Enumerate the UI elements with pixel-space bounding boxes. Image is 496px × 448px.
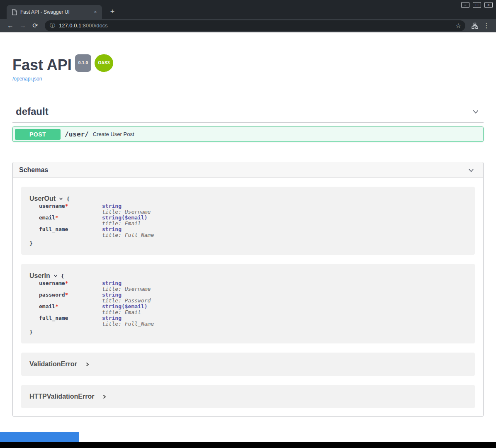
model-name[interactable]: UserIn — [29, 272, 50, 280]
property-title: title: Full_Name — [102, 232, 154, 238]
required-star: * — [65, 292, 68, 298]
property-type: string — [102, 292, 151, 298]
schemas-header[interactable]: Schemas — [13, 162, 483, 178]
property-title: title: Email — [102, 309, 148, 315]
required-star: * — [55, 303, 58, 309]
reload-icon[interactable]: ⟳ — [29, 19, 41, 32]
schema-property-row: email* string($email) title: Email — [29, 304, 467, 315]
required-star: * — [65, 280, 68, 286]
url-path: :8000/docs — [81, 22, 108, 29]
close-button[interactable]: × — [484, 2, 493, 8]
forward-icon[interactable]: → — [17, 19, 29, 32]
schema-property-row: email* string($email) title: Email — [29, 215, 467, 226]
tag-name: default — [16, 105, 49, 117]
property-title: title: Full_Name — [102, 321, 154, 327]
api-title: Fast API0.1.0OAS3 — [12, 54, 484, 73]
page-favicon-icon — [12, 9, 17, 15]
schemas-section: Schemas UserOut { — [12, 162, 484, 417]
property-name: full_name — [29, 315, 102, 327]
property-definition: string title: Full_Name — [102, 315, 154, 327]
api-info: Fast API0.1.0OAS3 /openapi.json — [12, 54, 484, 82]
tag-section-default[interactable]: default — [12, 101, 484, 123]
model-userin: UserIn { username* string title: Usernam… — [21, 264, 475, 343]
new-tab-button[interactable]: + — [107, 7, 118, 17]
model-name[interactable]: HTTPValidationError — [29, 393, 94, 400]
schema-property-row: username* string title: Username — [29, 203, 467, 215]
browser-toolbar: ← → ⟳ ⓘ 127.0.0.1:8000/docs ☆ ⋮ — [0, 19, 496, 32]
property-definition: string($email) title: Email — [102, 304, 148, 315]
operation-path: /user/ — [65, 130, 89, 138]
property-title: title: Password — [102, 298, 151, 304]
property-definition: string title: Username — [102, 203, 151, 215]
property-title: title: Email — [102, 221, 148, 226]
tab-title: Fast API - Swagger UI — [20, 9, 89, 15]
chevron-down-icon[interactable] — [471, 107, 480, 116]
oas3-badge: OAS3 — [95, 54, 113, 72]
property-title: title: Username — [102, 286, 151, 292]
chevron-down-icon[interactable] — [53, 273, 58, 278]
property-name: email* — [29, 304, 102, 315]
api-title-text: Fast API — [12, 56, 72, 73]
required-star: * — [55, 214, 58, 221]
bookmark-star-icon[interactable]: ☆ — [456, 22, 461, 29]
menu-icon[interactable]: ⋮ — [481, 22, 492, 29]
browser-tab[interactable]: Fast API - Swagger UI × — [7, 5, 102, 19]
chevron-down-icon[interactable] — [58, 196, 63, 201]
property-name: username* — [29, 280, 102, 292]
close-brace: } — [29, 241, 467, 246]
property-title: title: Username — [102, 209, 151, 215]
model-title-row[interactable]: UserIn { — [29, 272, 467, 280]
schema-property-row: password* string title: Password — [29, 292, 467, 304]
property-type: string — [102, 315, 154, 321]
tab-strip: Fast API - Swagger UI × + − □ × — [0, 0, 496, 19]
address-bar[interactable]: ⓘ 127.0.0.1:8000/docs ☆ — [45, 20, 465, 31]
status-bar — [0, 432, 79, 442]
close-brace: } — [29, 329, 467, 335]
schemas-body: UserOut { username* string title: Userna… — [13, 178, 483, 416]
operation-summary: Create User Post — [93, 131, 134, 137]
property-definition: string($email) title: Email — [102, 215, 148, 226]
property-name: password* — [29, 292, 102, 304]
model-name[interactable]: ValidationError — [29, 360, 77, 368]
property-name: full_name — [29, 226, 102, 238]
operation-post-user[interactable]: POST /user/ Create User Post — [12, 127, 484, 142]
property-name: email* — [29, 215, 102, 226]
chevron-down-icon[interactable] — [467, 166, 476, 175]
property-definition: string title: Full_Name — [102, 226, 154, 238]
open-brace: { — [61, 273, 64, 279]
minimize-button[interactable]: − — [461, 2, 469, 8]
property-definition: string title: Username — [102, 280, 151, 292]
schemas-header-label: Schemas — [19, 166, 48, 174]
chevron-right-icon[interactable] — [102, 394, 107, 399]
model-httpvalidationerror[interactable]: HTTPValidationError — [21, 385, 475, 408]
url-host: 127.0.0.1 — [59, 22, 81, 29]
property-name: username* — [29, 203, 102, 215]
model-validationerror[interactable]: ValidationError — [21, 353, 475, 376]
window-controls: − □ × — [461, 2, 493, 8]
property-type: string — [102, 203, 151, 209]
model-name[interactable]: UserOut — [29, 195, 56, 202]
extensions-icon[interactable] — [469, 22, 481, 29]
tab-close-icon[interactable]: × — [92, 9, 99, 15]
property-type: string($email) — [102, 215, 148, 221]
model-title-row[interactable]: UserOut { — [29, 195, 467, 202]
window-frame-bottom — [0, 442, 496, 448]
model-properties: username* string title: Username email* … — [29, 203, 467, 238]
open-brace: { — [66, 196, 70, 202]
schema-property-row: full_name string title: Full_Name — [29, 315, 467, 327]
property-type: string — [102, 280, 151, 286]
site-info-icon[interactable]: ⓘ — [50, 22, 55, 29]
schema-property-row: full_name string title: Full_Name — [29, 226, 467, 238]
required-star: * — [65, 203, 68, 209]
openapi-spec-link[interactable]: /openapi.json — [12, 76, 42, 82]
page-content: Fast API0.1.0OAS3 /openapi.json default … — [0, 32, 496, 442]
model-properties: username* string title: Username passwor… — [29, 280, 467, 327]
chevron-right-icon[interactable] — [85, 362, 90, 367]
property-type: string($email) — [102, 304, 148, 309]
back-icon[interactable]: ← — [4, 19, 17, 32]
url-text[interactable]: 127.0.0.1:8000/docs — [59, 22, 452, 29]
maximize-button[interactable]: □ — [473, 2, 481, 8]
model-userout: UserOut { username* string title: Userna… — [21, 187, 475, 255]
method-badge: POST — [15, 129, 61, 140]
schema-property-row: username* string title: Username — [29, 280, 467, 292]
